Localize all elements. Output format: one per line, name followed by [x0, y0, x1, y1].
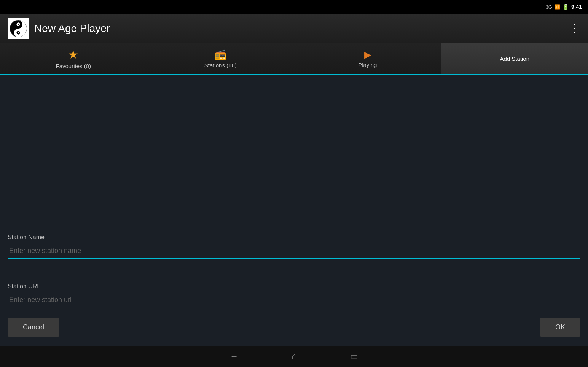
- tab-bar: ★ Favourites (0) 📻 Stations (16) ▶ Playi…: [0, 43, 588, 75]
- station-name-group: Station Name: [0, 228, 588, 262]
- menu-button[interactable]: ⋮: [569, 22, 580, 35]
- field-spacer-1: [0, 262, 588, 277]
- ok-button[interactable]: OK: [540, 318, 580, 337]
- battery-icon: 🔋: [563, 4, 569, 10]
- app-logo: [8, 18, 29, 39]
- recents-button[interactable]: ▭: [350, 351, 358, 361]
- action-buttons: Cancel OK: [0, 310, 588, 346]
- tab-stations-label: Stations (16): [204, 62, 237, 68]
- radio-icon: 📻: [214, 49, 226, 60]
- star-icon: ★: [68, 48, 78, 61]
- tab-stations[interactable]: 📻 Stations (16): [147, 43, 295, 74]
- play-icon: ▶: [364, 49, 371, 60]
- app-title-group: New Age Player: [8, 18, 110, 39]
- station-name-label: Station Name: [8, 234, 580, 241]
- signal-icon: 📶: [555, 4, 560, 10]
- home-button[interactable]: ⌂: [292, 351, 296, 361]
- main-content: Station Name Station URL Cancel OK: [0, 75, 588, 346]
- tab-add-station[interactable]: Add Station: [441, 43, 588, 74]
- status-bar: 3G 📶 🔋 9:41: [0, 0, 588, 14]
- tab-favourites-label: Favourites (0): [56, 63, 91, 69]
- station-url-input[interactable]: [8, 293, 580, 307]
- tab-add-station-label: Add Station: [500, 56, 529, 62]
- station-name-input[interactable]: [8, 244, 580, 259]
- app-title: New Age Player: [34, 22, 110, 35]
- app-header: New Age Player ⋮: [0, 14, 588, 43]
- svg-point-3: [18, 24, 19, 25]
- tab-playing-label: Playing: [358, 62, 377, 68]
- station-url-label: Station URL: [8, 283, 580, 290]
- add-station-form: Station Name Station URL Cancel OK: [0, 228, 588, 346]
- time-display: 9:41: [571, 4, 582, 10]
- tab-playing[interactable]: ▶ Playing: [294, 43, 441, 74]
- station-url-group: Station URL: [0, 277, 588, 310]
- cancel-button[interactable]: Cancel: [8, 318, 59, 337]
- network-indicator: 3G: [546, 4, 552, 10]
- back-button[interactable]: ←: [230, 351, 238, 361]
- svg-point-4: [18, 32, 19, 33]
- tab-favourites[interactable]: ★ Favourites (0): [0, 43, 147, 74]
- nav-bar: ← ⌂ ▭: [0, 346, 588, 367]
